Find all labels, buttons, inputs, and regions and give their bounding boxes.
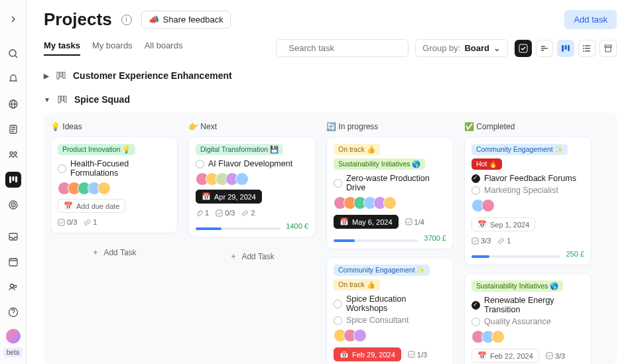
search-input[interactable] xyxy=(288,43,400,53)
task-card[interactable]: Product Innovation 💡 Health-Focused Form… xyxy=(50,137,178,233)
share-label: Share feedback xyxy=(163,15,223,25)
due-date-pill[interactable]: 📅Feb 29, 2024 xyxy=(334,347,401,361)
task-title: Renewable Energy Transition xyxy=(484,296,584,314)
subtask-count: 3/3 xyxy=(546,352,565,360)
check-icon[interactable] xyxy=(472,301,480,310)
tag: Community Engagement ✨ xyxy=(472,144,568,155)
tag: On track 👍 xyxy=(334,279,380,290)
check-icon[interactable] xyxy=(334,179,342,188)
task-title: Spice Education Workshops xyxy=(346,294,446,313)
column-in-progress: 🔄 In progress On track 👍 Sustainability … xyxy=(326,122,454,355)
add-task-button[interactable]: Add task xyxy=(564,10,617,29)
due-date-pill[interactable]: 📅Apr 29, 2024 xyxy=(196,190,262,204)
check-icon[interactable] xyxy=(472,186,480,195)
calendar-icon: 📅 xyxy=(340,350,349,359)
task-card[interactable]: Sustainability Initiatives 🌎 Renewable E… xyxy=(464,273,592,364)
search-input-wrap[interactable] xyxy=(276,39,409,57)
price: 1400 € xyxy=(286,222,308,230)
check-icon[interactable] xyxy=(334,316,342,325)
view-list-button[interactable] xyxy=(578,40,596,57)
svg-rect-7 xyxy=(12,176,14,181)
svg-point-4 xyxy=(10,152,13,154)
check-icon[interactable] xyxy=(334,300,342,308)
globe-icon[interactable] xyxy=(5,96,21,112)
add-task-column-button[interactable]: ＋Add Task xyxy=(50,241,178,263)
svg-rect-20 xyxy=(565,45,567,50)
user-avatar[interactable] xyxy=(6,329,21,343)
tag: Product Innovation 💡 xyxy=(58,144,135,155)
plus-icon: ＋ xyxy=(92,247,99,258)
svg-rect-36 xyxy=(409,351,414,357)
due-date-pill[interactable]: 📅Sep 1, 2024 xyxy=(472,217,535,231)
tab-my-tasks[interactable]: My tasks xyxy=(44,40,80,56)
board-area: 💡 Ideas Product Innovation 💡 Health-Focu… xyxy=(44,113,617,364)
expand-icon[interactable] xyxy=(5,11,21,27)
column-header: ✅ Completed xyxy=(464,122,592,131)
assignees xyxy=(472,330,584,343)
calendar-icon: 📅 xyxy=(202,192,211,201)
tab-all-boards[interactable]: All boards xyxy=(145,40,183,56)
svg-rect-13 xyxy=(9,259,17,266)
view-archive-button[interactable] xyxy=(599,40,617,57)
section-customer-experience[interactable]: ▶ Customer Experience Enhancement xyxy=(44,70,617,81)
section-title: Customer Experience Enhancement xyxy=(73,70,232,81)
bell-icon[interactable] xyxy=(5,71,21,87)
tab-my-boards[interactable]: My boards xyxy=(92,40,133,56)
board-icon[interactable] xyxy=(5,172,21,188)
svg-rect-35 xyxy=(405,219,411,225)
help-icon[interactable] xyxy=(5,304,21,320)
calendar-icon: 📅 xyxy=(477,220,487,229)
column-header: 👉 Next xyxy=(188,122,316,131)
due-date-pill[interactable]: 📅May 6, 2024 xyxy=(334,215,399,229)
due-date-button[interactable]: 📅Add due date xyxy=(58,199,125,213)
task-title: AI Flavor Development xyxy=(208,159,292,168)
due-date-pill[interactable]: 📅Feb 22, 2024 xyxy=(472,349,539,363)
link-count: 1 xyxy=(84,218,97,226)
group-by-value: Board xyxy=(464,43,489,53)
svg-rect-34 xyxy=(216,210,222,215)
subtask-count: 0/3 xyxy=(58,218,77,226)
group-by-label: Group by: xyxy=(422,43,460,53)
share-feedback-button[interactable]: 📣 Share feedback xyxy=(141,11,231,29)
section-spice-squad[interactable]: ▼ Spice Squad xyxy=(44,94,617,105)
check-icon[interactable] xyxy=(472,174,480,183)
group-by-select[interactable]: Group by: Board ⌄ xyxy=(415,39,508,57)
task-card[interactable]: Digital Transformation 💾 AI Flavor Devel… xyxy=(188,137,316,237)
chevron-right-icon: ▶ xyxy=(44,72,49,80)
svg-rect-27 xyxy=(57,72,59,79)
doc-icon[interactable] xyxy=(5,121,21,137)
task-title: Spice Consultant xyxy=(346,316,409,325)
target-icon[interactable] xyxy=(5,197,21,213)
search-icon[interactable] xyxy=(5,46,21,62)
task-card[interactable]: Community Engagement ✨ Hot 🔥 Flavor Feed… xyxy=(464,137,592,265)
view-board-button[interactable] xyxy=(557,40,574,57)
svg-point-11 xyxy=(13,204,14,206)
tag: Hot 🔥 xyxy=(472,158,502,170)
tag: Community Engagement ✨ xyxy=(334,265,430,276)
check-icon[interactable] xyxy=(472,318,480,326)
check-icon[interactable] xyxy=(58,164,66,173)
team-icon[interactable] xyxy=(5,279,21,295)
task-card[interactable]: On track 👍 Sustainability Initiatives 🌎 … xyxy=(326,137,454,249)
assignees xyxy=(472,199,584,212)
svg-point-0 xyxy=(9,50,16,56)
calendar-icon: 📅 xyxy=(477,351,487,360)
svg-point-5 xyxy=(14,152,17,154)
info-icon[interactable]: i xyxy=(121,15,132,25)
price: 3700 £ xyxy=(424,234,446,242)
view-check-button[interactable] xyxy=(515,40,532,57)
inbox-icon[interactable] xyxy=(5,229,21,245)
tag: Sustainability Initiatives 🌎 xyxy=(334,158,425,170)
svg-rect-37 xyxy=(472,237,478,243)
calendar-icon[interactable] xyxy=(5,254,21,270)
svg-rect-8 xyxy=(15,176,17,182)
view-timeline-button[interactable] xyxy=(536,40,553,57)
column-completed: ✅ Completed Community Engagement ✨ Hot 🔥… xyxy=(464,122,592,355)
people-icon[interactable] xyxy=(5,147,21,162)
task-card[interactable]: Community Engagement ✨ On track 👍 Spice … xyxy=(326,257,454,364)
subtask-count: 1/3 xyxy=(408,351,427,359)
check-icon[interactable] xyxy=(196,160,204,168)
task-title: Zero-waste Production Drive xyxy=(346,174,446,192)
svg-rect-6 xyxy=(9,176,11,183)
add-task-column-button[interactable]: ＋Add Task xyxy=(188,245,316,267)
